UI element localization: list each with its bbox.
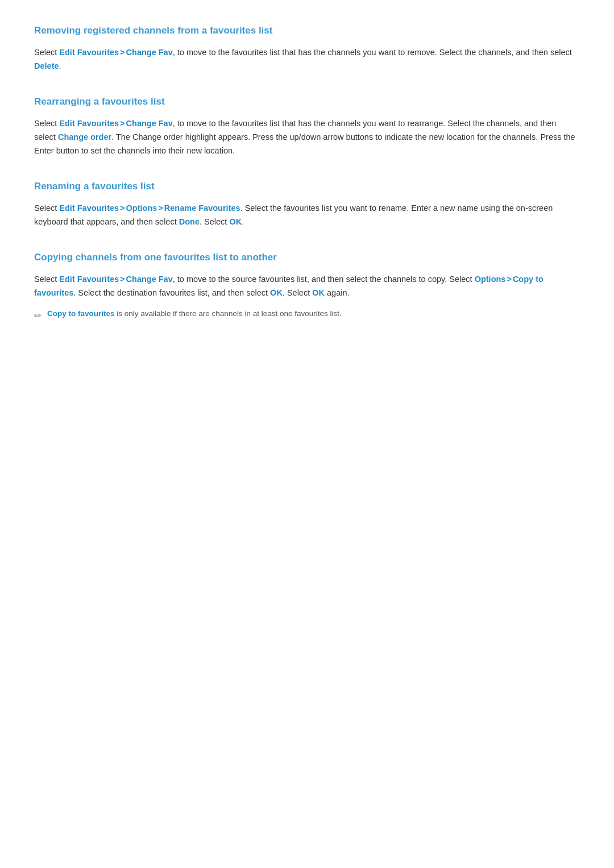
page-content: Removing registered channels from a favo… [34, 23, 580, 323]
section-body-removing: Select Edit Favourites>Change Fav, to mo… [34, 46, 580, 73]
inline-highlight: Edit Favourites [59, 203, 119, 213]
section-body-rearranging: Select Edit Favourites>Change Fav, to mo… [34, 117, 580, 158]
inline-highlight: Change Fav [126, 48, 173, 57]
section-title-rearranging: Rearranging a favourites list [34, 94, 580, 109]
chevron-icon: > [158, 203, 163, 213]
section-title-renaming: Renaming a favourites list [34, 178, 580, 194]
chevron-icon: > [507, 275, 511, 284]
inline-highlight: OK [270, 288, 283, 297]
section-title-copying: Copying channels from one favourites lis… [34, 250, 580, 265]
note-block: ✏Copy to favourites is only available if… [34, 308, 580, 323]
section-body-copying: Select Edit Favourites>Change Fav, to mo… [34, 273, 580, 300]
inline-highlight: Rename Favourites [164, 203, 240, 213]
section-body-renaming: Select Edit Favourites>Options>Rename Fa… [34, 202, 580, 229]
note-text: Copy to favourites is only available if … [47, 308, 342, 319]
section-renaming: Renaming a favourites listSelect Edit Fa… [34, 178, 580, 229]
inline-highlight: OK [312, 288, 325, 297]
section-rearranging: Rearranging a favourites listSelect Edit… [34, 94, 580, 158]
inline-highlight: Edit Favourites [59, 275, 119, 284]
inline-highlight: Options [126, 203, 157, 213]
inline-highlight: Edit Favourites [59, 48, 119, 57]
inline-highlight: Change Fav [126, 275, 173, 284]
inline-highlight: Done [179, 217, 200, 226]
chevron-icon: > [120, 203, 125, 213]
chevron-icon: > [120, 48, 125, 57]
chevron-icon: > [120, 119, 125, 128]
section-title-removing: Removing registered channels from a favo… [34, 23, 580, 38]
inline-highlight: Change Fav [126, 119, 173, 128]
inline-highlight: Edit Favourites [59, 119, 119, 128]
inline-highlight: Options [475, 275, 506, 284]
pencil-icon: ✏ [34, 309, 42, 323]
inline-highlight: Delete [34, 61, 59, 70]
section-removing: Removing registered channels from a favo… [34, 23, 580, 73]
chevron-icon: > [120, 275, 125, 284]
inline-highlight: OK [229, 217, 242, 226]
section-copying: Copying channels from one favourites lis… [34, 250, 580, 323]
inline-highlight: Change order [58, 132, 111, 142]
note-highlight: Copy to favourites [47, 309, 115, 318]
